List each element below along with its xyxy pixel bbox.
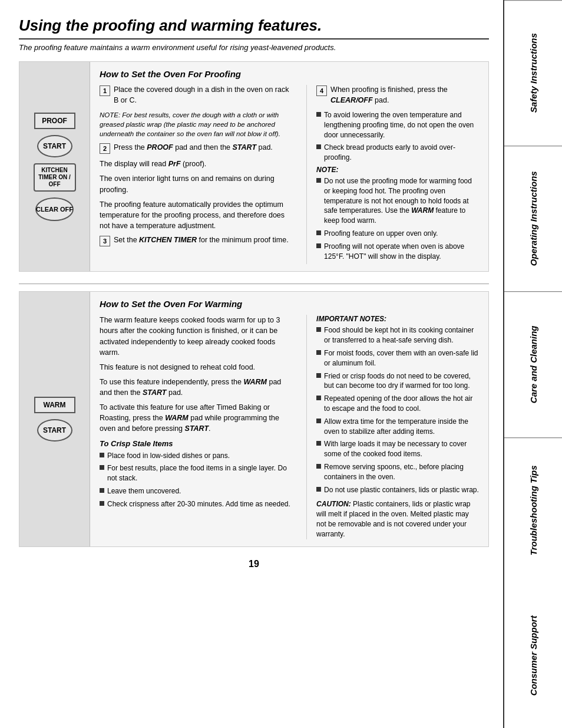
important-bullet-icon-2 xyxy=(316,350,321,355)
auto-text: The proofing feature automatically provi… xyxy=(100,199,295,231)
note-bullet-text-2: Proofing feature on upper oven only. xyxy=(324,229,438,239)
sidebar-consumer: Consumer Support xyxy=(504,583,562,728)
warming-important-7: Remove serving spoons, etc., before plac… xyxy=(316,462,479,482)
step-3-text: Set the KITCHEN TIMER for the minimum pr… xyxy=(114,235,289,246)
proofing-left-col: 1 Place the covered dough in a dish in t… xyxy=(100,85,295,264)
warm-use1-bold: WARM xyxy=(243,378,267,386)
crisp-bullet-text-4: Check crispness after 20-30 minutes. Add… xyxy=(107,499,290,509)
warm-use2-bold: WARM xyxy=(165,414,189,422)
warming-title: How to Set the Oven For Warming xyxy=(100,299,479,309)
step-4-num: 4 xyxy=(316,85,327,96)
warming-use1: To use this feature independently, press… xyxy=(100,377,295,398)
important-bullet-text-3: Fried or crisp foods do not need to be c… xyxy=(324,371,479,391)
important-bullet-icon-8 xyxy=(316,487,321,492)
bullet-icon-1 xyxy=(316,112,321,117)
crisp-bullet-icon-1 xyxy=(100,453,104,457)
sidebar-care: Care and Cleaning xyxy=(504,291,562,437)
sidebar-troubleshooting: Troubleshooting Tips xyxy=(504,437,562,583)
proofing-step-2: 2 Press the PROOF pad and then the START… xyxy=(100,143,295,154)
clear-off-bold: CLEAR/OFF xyxy=(330,96,373,104)
proofing-bullet-2: Check bread products early to avoid over… xyxy=(316,143,479,163)
crisp-bullet-icon-4 xyxy=(100,501,104,506)
kitchen-timer-bold: KITCHEN TIMER xyxy=(139,236,197,244)
proof-bold: PROOF xyxy=(147,143,173,151)
start-button-warm[interactable]: START xyxy=(37,419,72,442)
page-title: Using the proofing and warming features. xyxy=(19,17,489,39)
start-use2-bold: START xyxy=(185,424,209,433)
step-2-text: Press the PROOF pad and then the START p… xyxy=(114,143,273,153)
warming-important-5: Allow extra time for the temperature ins… xyxy=(316,417,479,437)
warming-important-2: For moist foods, cover them with an oven… xyxy=(316,348,479,368)
crisp-bullet-3: Leave them uncovered. xyxy=(100,486,295,496)
important-bullet-text-8: Do not use plastic containers, lids or p… xyxy=(324,485,479,495)
proofing-right-col: 4 When proofing is finished, press the C… xyxy=(306,85,479,264)
caution-text: CAUTION: Plastic containers, lids or pla… xyxy=(316,499,479,539)
warm-bold: WARM xyxy=(411,206,434,215)
step-4-text: When proofing is finished, press the CLE… xyxy=(330,85,479,106)
important-notes-label: IMPORTANT NOTES: xyxy=(316,315,479,323)
proofing-content: How to Set the Oven For Proofing 1 Place… xyxy=(90,62,488,271)
main-content: Using the proofing and warming features.… xyxy=(0,0,503,728)
proofing-note: NOTE: For best results, cover the dough … xyxy=(100,110,295,139)
kitchen-timer-button[interactable]: KITCHEN TIMER ON / OFF xyxy=(34,163,76,192)
crisp-bullet-4: Check crispness after 20-30 minutes. Add… xyxy=(100,499,295,509)
crisp-title: To Crisp Stale Items xyxy=(100,439,295,448)
sidebar-operating: Operating Instructions xyxy=(504,146,562,291)
clear-label: CLEAR OFF xyxy=(36,206,73,213)
warming-use2: To activate this feature for use after T… xyxy=(100,402,295,434)
page-number: 19 xyxy=(19,559,489,569)
proofing-step-3: 3 Set the KITCHEN TIMER for the minimum … xyxy=(100,235,295,246)
important-bullet-icon-6 xyxy=(316,441,321,446)
crisp-bullet-icon-3 xyxy=(100,488,104,493)
warming-important-3: Fried or crisp foods do not need to be c… xyxy=(316,371,479,391)
proofing-title: How to Set the Oven For Proofing xyxy=(100,69,479,79)
crisp-bullet-icon-2 xyxy=(100,465,104,470)
warming-important-8: Do not use plastic containers, lids or p… xyxy=(316,485,479,495)
step-2-num: 2 xyxy=(100,143,110,154)
crisp-bullet-text-3: Leave them uncovered. xyxy=(107,486,181,496)
crisp-bullet-2: For best results, place the food items i… xyxy=(100,463,295,483)
prf-label: PrF xyxy=(168,160,181,168)
bullet-icon-2 xyxy=(316,144,321,149)
warming-right-col: IMPORTANT NOTES: Food should be kept hot… xyxy=(306,315,479,539)
important-bullet-icon-3 xyxy=(316,373,321,378)
warming-button-panel: WARM START xyxy=(19,292,90,546)
warm-button[interactable]: WARM xyxy=(34,397,75,413)
important-bullet-icon-4 xyxy=(316,396,321,400)
warming-important-6: With large loads it may be necessary to … xyxy=(316,439,479,459)
warming-section: WARM START How to Set the Oven For Warmi… xyxy=(19,291,489,546)
proofing-step-1: 1 Place the covered dough in a dish in t… xyxy=(100,85,295,106)
warming-intro1: The warm feature keeps cooked foods warm… xyxy=(100,315,295,358)
warming-two-col: The warm feature keeps cooked foods warm… xyxy=(100,315,479,539)
proofing-step-4: 4 When proofing is finished, press the C… xyxy=(316,85,479,106)
section-divider xyxy=(19,284,489,284)
proofing-bullet-text-2: Check bread products early to avoid over… xyxy=(324,143,479,163)
note-bullet-icon-1 xyxy=(316,178,321,183)
start-button-proof[interactable]: START xyxy=(37,135,72,157)
crisp-bullet-1: Place food in low-sided dishes or pans. xyxy=(100,451,295,461)
note-bullet-2: Proofing feature on upper oven only. xyxy=(316,229,479,239)
subtitle: The proofing feature maintains a warm en… xyxy=(19,43,489,52)
proofing-button-panel: PROOF START KITCHEN TIMER ON / OFF CLEAR… xyxy=(19,62,90,271)
important-bullet-text-6: With large loads it may be necessary to … xyxy=(324,439,479,459)
warming-intro2: This feature is not designed to reheat c… xyxy=(100,362,295,373)
note-bullet-1: Do not use the proofing mode for warming… xyxy=(316,176,479,226)
important-bullet-text-4: Repeated opening of the door allows the … xyxy=(324,394,479,414)
important-bullet-icon-7 xyxy=(316,464,321,469)
step-3-num: 3 xyxy=(100,236,110,246)
start-bold: START xyxy=(233,143,257,151)
warming-important-1: Food should be kept hot in its cooking c… xyxy=(316,325,479,345)
proof-button[interactable]: PROOF xyxy=(34,113,75,129)
warming-important-4: Repeated opening of the door allows the … xyxy=(316,394,479,414)
note-bullet-text-1: Do not use the proofing mode for warming… xyxy=(324,176,479,226)
clear-off-button[interactable]: CLEAR OFF xyxy=(35,197,74,221)
step-1-text: Place the covered dough in a dish in the… xyxy=(114,85,295,106)
important-bullet-icon-1 xyxy=(316,327,321,332)
step-1-num: 1 xyxy=(100,85,110,96)
proofing-section: PROOF START KITCHEN TIMER ON / OFF CLEAR… xyxy=(19,61,489,272)
right-sidebar: Safety Instructions Operating Instructio… xyxy=(503,0,562,728)
warming-left-col: The warm feature keeps cooked foods warm… xyxy=(100,315,295,539)
note-bullet-text-3: Proofing will not operate when oven is a… xyxy=(324,242,479,262)
note-label: NOTE: xyxy=(316,166,479,174)
important-bullet-text-1: Food should be kept hot in its cooking c… xyxy=(324,325,479,345)
